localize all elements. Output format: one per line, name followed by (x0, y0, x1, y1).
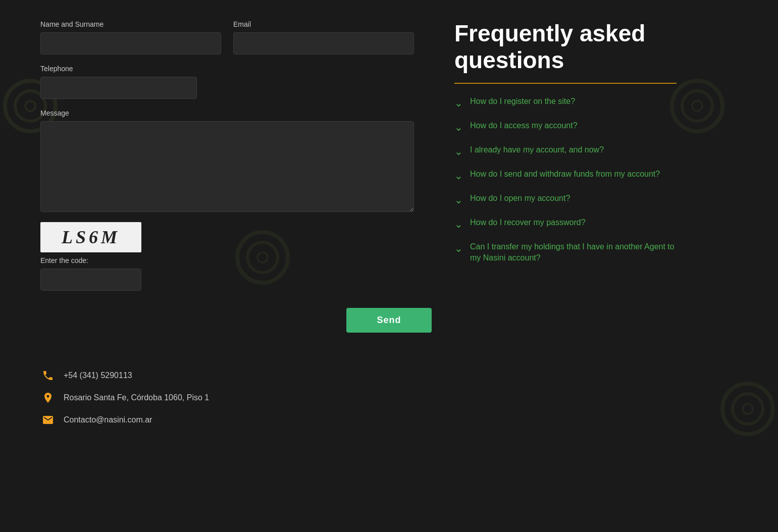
faq-question-5: How do I recover my password? (470, 217, 586, 228)
faq-item-6[interactable]: ⌄ Can I transfer my holdings that I have… (454, 241, 677, 264)
phone-contact-item: +54 (341) 5290113 (40, 368, 738, 383)
location-icon (40, 390, 56, 405)
captcha-section: LS6M Enter the code: (40, 222, 414, 291)
send-button[interactable]: Send (346, 308, 431, 333)
email-group: Email (233, 20, 414, 55)
captcha-label: Enter the code: (40, 256, 414, 264)
faq-item-0[interactable]: ⌄ How do I register on the site? (454, 96, 677, 109)
message-row: Message (40, 109, 414, 212)
faq-item-3[interactable]: ⌄ How do I send and withdraw funds from … (454, 169, 677, 182)
telephone-input[interactable] (40, 77, 197, 99)
faq-list: ⌄ How do I register on the site? ⌄ How d… (454, 96, 677, 264)
captcha-input[interactable] (40, 269, 141, 291)
phone-icon (40, 368, 56, 383)
phone-number: +54 (341) 5290113 (64, 371, 132, 380)
faq-question-0: How do I register on the site? (470, 96, 575, 107)
email-contact-item: Contacto@nasini.com.ar (40, 412, 738, 428)
faq-chevron-2: ⌄ (454, 145, 463, 157)
email-label: Email (233, 20, 414, 28)
faq-item-2[interactable]: ⌄ I already have my account, and now? (454, 144, 677, 157)
name-input[interactable] (40, 32, 221, 55)
email-address: Contacto@nasini.com.ar (64, 415, 152, 424)
captcha-image: LS6M (40, 222, 141, 252)
name-group: Name and Surname (40, 20, 221, 55)
faq-panel: Frequently asked questions ⌄ How do I re… (454, 20, 677, 303)
message-group: Message (40, 109, 414, 212)
contact-form-panel: Name and Surname Email Telephone Message (40, 20, 414, 303)
faq-chevron-4: ⌄ (454, 194, 463, 206)
telephone-row: Telephone (40, 65, 414, 99)
address-text: Rosario Santa Fe, Córdoba 1060, Piso 1 (64, 393, 209, 402)
message-textarea[interactable] (40, 121, 414, 212)
message-label: Message (40, 109, 414, 117)
telephone-label: Telephone (40, 65, 197, 73)
faq-item-5[interactable]: ⌄ How do I recover my password? (454, 217, 677, 230)
faq-chevron-5: ⌄ (454, 218, 463, 230)
faq-question-4: How do I open my account? (470, 193, 570, 204)
name-email-row: Name and Surname Email (40, 20, 414, 55)
faq-question-6: Can I transfer my holdings that I have i… (470, 241, 677, 264)
name-label: Name and Surname (40, 20, 221, 28)
mail-icon (40, 412, 56, 428)
footer-section: +54 (341) 5290113 Rosario Santa Fe, Córd… (0, 358, 778, 455)
faq-chevron-1: ⌄ (454, 121, 463, 133)
faq-divider (454, 83, 677, 84)
captcha-code: LS6M (62, 227, 120, 248)
faq-question-3: How do I send and withdraw funds from my… (470, 169, 660, 180)
faq-chevron-0: ⌄ (454, 97, 463, 109)
telephone-group: Telephone (40, 65, 197, 99)
address-contact-item: Rosario Santa Fe, Córdoba 1060, Piso 1 (40, 390, 738, 405)
email-input[interactable] (233, 32, 414, 55)
faq-question-2: I already have my account, and now? (470, 144, 604, 155)
faq-chevron-3: ⌄ (454, 170, 463, 182)
faq-title: Frequently asked questions (454, 20, 677, 74)
faq-chevron-6: ⌄ (454, 242, 463, 254)
send-button-row: Send (0, 308, 778, 333)
faq-item-4[interactable]: ⌄ How do I open my account? (454, 193, 677, 206)
faq-item-1[interactable]: ⌄ How do I access my account? (454, 120, 677, 133)
faq-question-1: How do I access my account? (470, 120, 578, 131)
